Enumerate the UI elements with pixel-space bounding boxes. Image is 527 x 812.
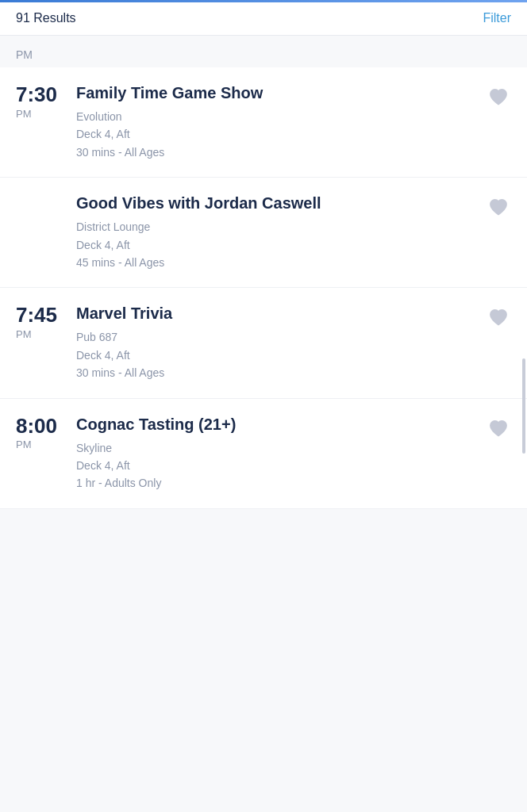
event-venue: Skyline Deck 4, Aft 1 hr - Adults Only bbox=[76, 439, 511, 492]
event-item[interactable]: 8:00 PM Cognac Tasting (21+) Skyline Dec… bbox=[0, 399, 527, 509]
favorite-button[interactable] bbox=[486, 195, 511, 221]
event-title: Marvel Trivia bbox=[76, 304, 511, 324]
event-title: Good Vibes with Jordan Caswell bbox=[76, 193, 511, 213]
scrollbar[interactable] bbox=[522, 358, 525, 454]
event-content: Family Time Game Show Evolution Deck 4, … bbox=[70, 83, 511, 161]
event-hour: 7:45 bbox=[16, 304, 60, 327]
event-time-730: 7:30 PM bbox=[16, 83, 70, 120]
event-content: Good Vibes with Jordan Caswell District … bbox=[70, 193, 511, 271]
results-count: 91 Results bbox=[16, 11, 76, 25]
favorite-button[interactable] bbox=[486, 305, 511, 331]
favorite-button[interactable] bbox=[486, 85, 511, 111]
event-item[interactable]: 7:45 PM Marvel Trivia Pub 687 Deck 4, Af… bbox=[0, 288, 527, 398]
event-item[interactable]: Good Vibes with Jordan Caswell District … bbox=[0, 178, 527, 288]
event-title: Cognac Tasting (21+) bbox=[76, 415, 511, 435]
heart-icon bbox=[489, 419, 508, 437]
header: 91 Results Filter bbox=[0, 0, 527, 36]
event-venue: Pub 687 Deck 4, Aft 30 mins - All Ages bbox=[76, 328, 511, 381]
event-content: Marvel Trivia Pub 687 Deck 4, Aft 30 min… bbox=[70, 304, 511, 381]
event-venue: District Lounge Deck 4, Aft 45 mins - Al… bbox=[76, 218, 511, 271]
filter-button[interactable]: Filter bbox=[483, 11, 511, 25]
event-period: PM bbox=[16, 439, 60, 450]
event-item[interactable]: 7:30 PM Family Time Game Show Evolution … bbox=[0, 67, 527, 178]
favorite-button[interactable] bbox=[486, 416, 511, 442]
event-time-745: 7:45 PM bbox=[16, 304, 70, 340]
section-period-label: PM bbox=[0, 36, 527, 67]
events-list: 7:30 PM Family Time Game Show Evolution … bbox=[0, 67, 527, 509]
heart-icon bbox=[489, 88, 508, 105]
event-venue: Evolution Deck 4, Aft 30 mins - All Ages bbox=[76, 108, 511, 161]
event-hour: 7:30 bbox=[16, 83, 60, 106]
event-period: PM bbox=[16, 108, 60, 120]
event-title: Family Time Game Show bbox=[76, 83, 511, 103]
event-hour: 8:00 bbox=[16, 415, 60, 438]
heart-icon bbox=[489, 308, 508, 326]
heart-icon bbox=[489, 198, 508, 216]
event-period: PM bbox=[16, 328, 60, 340]
event-content: Cognac Tasting (21+) Skyline Deck 4, Aft… bbox=[70, 415, 511, 492]
event-time-800: 8:00 PM bbox=[16, 415, 70, 451]
